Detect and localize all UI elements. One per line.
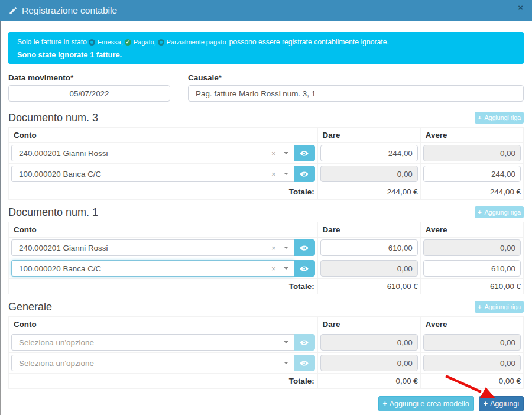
status-badge-emessa: Emessa, [89,37,123,47]
alert-line2: Sono state ignorate 1 fatture. [17,50,515,60]
eye-icon [300,264,309,273]
plus-icon: + [478,303,483,310]
total-label: Totale: [9,374,318,389]
close-icon[interactable]: × [518,3,523,12]
eye-icon [300,170,309,179]
clear-icon[interactable]: × [271,265,276,273]
clear-icon[interactable]: × [271,244,276,252]
dare-input[interactable] [320,260,418,277]
eye-icon [300,359,309,368]
modal-header: Registrazione contabile × [0,0,532,21]
chevron-down-icon[interactable] [284,173,288,175]
total-avere: 0,00 € [420,374,523,389]
avere-column-header: Avere [420,128,523,143]
conto-select-group: 100.000020 Banca C/C × [11,166,315,182]
date-field-group: Data movimento* [8,73,170,102]
avere-column-header: Avere [420,317,523,332]
add-row-button[interactable]: + Aggiungi riga [475,206,524,218]
date-label: Data movimento* [8,73,170,82]
table-row: 240.000201 Gianni Rossi × [9,238,524,258]
total-label: Totale: [9,279,318,294]
section-title: Documento num. 3 [8,112,98,124]
clear-icon[interactable]: × [271,150,276,157]
alert-line1-prefix: Solo le fatture in stato [17,37,87,47]
eye-icon [300,149,309,158]
dare-input[interactable] [320,334,418,351]
alert-line1: Solo le fatture in stato Emessa, ✓Pagato… [17,37,515,47]
dare-input[interactable] [320,166,418,182]
add-row-button[interactable]: + Aggiungi riga [475,112,524,124]
avere-input[interactable] [423,334,521,351]
avere-input[interactable] [423,166,521,182]
chevron-down-icon[interactable] [284,267,288,270]
table-row: Seleziona un'opzione × [9,353,524,374]
conto-select-value: 240.000201 Gianni Rossi [19,244,271,252]
avere-column-header: Avere [420,222,523,238]
view-account-button[interactable] [294,166,315,182]
conto-select[interactable]: 100.000020 Banca C/C × [11,166,294,182]
conto-select-group: 100.000020 Banca C/C × [11,260,315,277]
total-dare: 244,00 € [317,184,420,200]
conto-select-group: Seleziona un'opzione × [11,334,315,351]
conto-select-value: 100.000020 Banca C/C [19,170,271,179]
conto-select-value: 240.000201 Gianni Rossi [19,149,271,158]
conto-select-group: Seleziona un'opzione × [11,355,315,371]
add-and-create-template-button[interactable]: + Aggiungi e crea modello [378,396,474,411]
conto-select[interactable]: 100.000020 Banca C/C × [11,260,294,277]
conto-select-value: Seleziona un'opzione [19,338,284,347]
section: Documento num. 1 + Aggiungi riga Conto D… [8,206,524,294]
dare-input[interactable] [320,145,418,161]
status-badge-parziale: Parzialmente pagato [158,37,226,47]
dare-input[interactable] [320,355,418,371]
section-header: Documento num. 1 + Aggiungi riga [8,206,524,219]
total-row: Totale: 244,00 € 244,00 € [9,184,524,200]
status-parziale-icon [158,39,164,46]
section-header: Generale + Aggiungi riga [8,300,524,313]
chevron-down-icon[interactable] [284,152,288,154]
clear-icon[interactable]: × [271,170,276,178]
add-button-label: Aggiungi [490,400,519,408]
date-input[interactable] [8,85,170,102]
avere-input[interactable] [423,239,521,256]
add-button[interactable]: + Aggiungi [479,396,524,411]
view-account-button[interactable] [294,260,315,277]
dare-column-header: Dare [317,317,420,332]
chevron-down-icon[interactable] [284,341,288,343]
conto-column-header: Conto [9,128,318,143]
section: Documento num. 3 + Aggiungi riga Conto D… [8,111,524,200]
table-row: 100.000020 Banca C/C × [9,164,524,184]
table-row: 240.000201 Gianni Rossi × [9,143,524,164]
view-account-button[interactable] [294,145,315,161]
conto-column-header: Conto [9,222,318,238]
conto-select[interactable]: Seleziona un'opzione × [11,334,294,351]
status-badge-pagato: ✓Pagato, [125,37,156,47]
section-title: Documento num. 1 [8,206,98,219]
section-table: Conto Dare Avere Seleziona un'opzione × [8,316,524,389]
eye-icon [300,338,309,347]
avere-input[interactable] [423,260,521,277]
status-pagato-icon: ✓ [125,39,131,46]
add-row-button[interactable]: + Aggiungi riga [475,301,524,313]
avere-input[interactable] [423,355,521,371]
total-avere: 610,00 € [420,279,523,294]
total-dare: 610,00 € [317,279,420,294]
conto-select[interactable]: Seleziona un'opzione × [11,355,294,371]
causale-input[interactable] [188,85,524,102]
chevron-down-icon[interactable] [284,362,288,364]
status-pagato-label: Pagato, [134,37,156,47]
conto-select[interactable]: 240.000201 Gianni Rossi × [11,145,294,161]
pencil-icon [9,7,17,15]
conto-select[interactable]: 240.000201 Gianni Rossi × [11,239,294,256]
section-table: Conto Dare Avere 240.000201 Gianni Rossi… [8,222,524,294]
eye-icon [300,244,309,252]
dare-input[interactable] [320,239,418,256]
view-account-button[interactable] [294,239,315,256]
add-row-label: Aggiungi riga [484,303,521,310]
modal-body: Solo le fatture in stato Emessa, ✓Pagato… [0,21,532,411]
dare-column-header: Dare [317,222,420,238]
chevron-down-icon[interactable] [284,247,288,249]
view-account-button[interactable] [294,334,315,351]
avere-input[interactable] [423,145,521,161]
view-account-button[interactable] [294,355,315,371]
modal-left-shadow [0,21,1,415]
